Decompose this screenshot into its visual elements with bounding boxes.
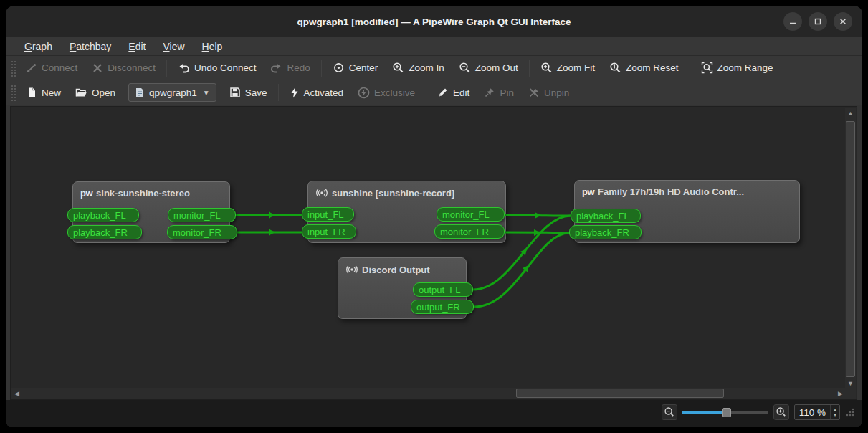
zoom-range-icon [701, 62, 713, 74]
wire-sunshine-monitorFR-to-family-playbackFR [505, 232, 569, 233]
vertical-scrollbar[interactable]: ▲ ▼ [845, 108, 856, 389]
toolbar-graph: Connect Disconnect Undo Connect Redo Cen… [6, 56, 862, 80]
horizontal-scrollbar[interactable]: ◀ ▶ [11, 388, 846, 399]
unpin-button[interactable]: Unpin [521, 82, 576, 103]
statusbar: 110 % ▴▾ [6, 400, 862, 427]
maximize-button[interactable] [809, 12, 827, 31]
session-combobox-value: qpwgraph1 [149, 87, 197, 98]
zoom-range-button[interactable]: Zoom Range [694, 58, 781, 78]
zoom-fit-icon [540, 62, 553, 74]
zoom-slider[interactable] [682, 406, 768, 418]
horizontal-scrollbar-thumb[interactable] [516, 389, 724, 398]
pin-button[interactable]: Pin [477, 82, 521, 103]
save-button[interactable]: Save [222, 82, 275, 103]
zoom-fit-button[interactable]: Zoom Fit [533, 58, 602, 78]
port-sink-monitor-fr[interactable]: monitor_FR [167, 225, 237, 239]
zoom-in-button[interactable]: Zoom In [385, 58, 452, 78]
maximize-icon [814, 17, 822, 26]
port-family-playback-fl[interactable]: playback_FL [571, 209, 641, 223]
zoom-out-icon [664, 406, 675, 418]
edit-pencil-icon [437, 87, 449, 98]
exclusive-button[interactable]: Exclusive [350, 82, 422, 103]
activated-button[interactable]: Activated [282, 82, 351, 103]
audio-icon [345, 264, 358, 275]
activated-lightning-icon [290, 87, 300, 98]
node-title: Family 17h/19h HD Audio Contr... [598, 186, 744, 197]
spin-down-icon[interactable]: ▾ [834, 412, 836, 417]
port-discord-output-fr[interactable]: output_FR [411, 300, 474, 314]
statusbar-zoom-in-button[interactable] [773, 404, 789, 420]
minimize-button[interactable] [783, 12, 802, 31]
save-icon [229, 87, 241, 98]
wire-discord-outputFR-to-family-playbackFR [474, 233, 569, 307]
zoom-percent-spinbox[interactable]: 110 % ▴▾ [794, 404, 840, 420]
session-combobox[interactable]: qpwgraph1 ▼ [128, 83, 216, 102]
toolbar-separator [426, 84, 426, 101]
toolbar-drag-handle[interactable] [10, 84, 16, 101]
audio-icon [315, 187, 328, 199]
toolbar-separator [690, 60, 690, 77]
scrollbar-corner [845, 388, 856, 399]
zoom-slider-fill [682, 411, 727, 414]
pipewire-icon: pw [582, 186, 594, 197]
menu-help[interactable]: Help [195, 39, 230, 54]
toolbar-file: New Open qpwgraph1 ▼ Save Activated Excl… [6, 80, 862, 105]
graph-canvas[interactable]: pw sink-sunshine-stereo sunshine [sunshi… [11, 108, 846, 389]
new-button[interactable]: New [19, 82, 68, 103]
scroll-left-arrow[interactable]: ◀ [11, 388, 22, 399]
port-sunshine-input-fl[interactable]: input_FL [302, 207, 354, 222]
window-title: qpwgraph1 [modified] — A PipeWire Graph … [297, 16, 571, 27]
edit-button[interactable]: Edit [430, 82, 477, 103]
menu-view[interactable]: View [156, 39, 191, 54]
menu-edit[interactable]: Edit [121, 39, 153, 54]
open-button[interactable]: Open [68, 82, 123, 103]
port-family-playback-fr[interactable]: playback_FR [569, 225, 642, 239]
scroll-down-arrow[interactable]: ▼ [845, 378, 856, 389]
titlebar: qpwgraph1 [modified] — A PipeWire Graph … [6, 6, 862, 37]
port-discord-output-fl[interactable]: output_FL [413, 282, 473, 297]
close-button[interactable] [834, 12, 852, 31]
connect-icon [26, 62, 37, 74]
menu-patchbay[interactable]: Patchbay [62, 39, 118, 54]
app-window: qpwgraph1 [modified] — A PipeWire Graph … [6, 6, 862, 427]
pipewire-icon: pw [80, 188, 92, 199]
redo-icon [270, 62, 282, 74]
node-title: sunshine [sunshine-record] [332, 188, 454, 199]
zoom-out-icon [459, 62, 471, 74]
scroll-right-arrow[interactable]: ▶ [835, 388, 846, 399]
port-sunshine-input-fr[interactable]: input_FR [302, 224, 356, 239]
port-sunshine-monitor-fr[interactable]: monitor_FR [434, 224, 505, 239]
scroll-up-arrow[interactable]: ▲ [845, 108, 856, 118]
port-sunshine-monitor-fl[interactable]: monitor_FL [437, 207, 505, 222]
open-folder-icon [75, 87, 87, 98]
zoom-reset-icon [609, 62, 621, 74]
undo-icon [178, 62, 190, 74]
vertical-scrollbar-thumb[interactable] [846, 121, 855, 377]
menu-graph[interactable]: Graph [17, 39, 59, 54]
center-button[interactable]: Center [325, 58, 386, 78]
menubar: Graph Patchbay Edit View Help [6, 37, 862, 56]
port-sink-monitor-fl[interactable]: monitor_FL [168, 208, 236, 222]
node-title: Discord Output [362, 265, 430, 275]
port-sink-playback-fl[interactable]: playback_FL [67, 208, 139, 222]
zoom-out-button[interactable]: Zoom Out [452, 58, 525, 78]
toolbar-separator [278, 84, 279, 101]
disconnect-button[interactable]: Disconnect [85, 58, 163, 78]
new-file-icon [26, 87, 37, 98]
node-title: sink-sunshine-stereo [96, 188, 190, 199]
undo-connect-button[interactable]: Undo Connect [171, 58, 263, 78]
resize-grip[interactable] [845, 407, 855, 417]
zoom-slider-thumb[interactable] [722, 408, 731, 417]
redo-button[interactable]: Redo [263, 58, 317, 78]
exclusive-lightning-icon [358, 87, 370, 99]
zoom-percent-value: 110 % [795, 407, 830, 418]
zoom-reset-button[interactable]: Zoom Reset [602, 58, 686, 78]
zoom-in-icon [776, 406, 787, 418]
connect-button[interactable]: Connect [19, 58, 85, 78]
statusbar-zoom-out-button[interactable] [662, 404, 677, 420]
toolbar-drag-handle[interactable] [10, 60, 16, 77]
toolbar-separator [166, 60, 167, 77]
close-icon [839, 17, 847, 26]
spinbox-arrows[interactable]: ▴▾ [830, 405, 839, 419]
port-sink-playback-fr[interactable]: playback_FR [67, 225, 142, 239]
